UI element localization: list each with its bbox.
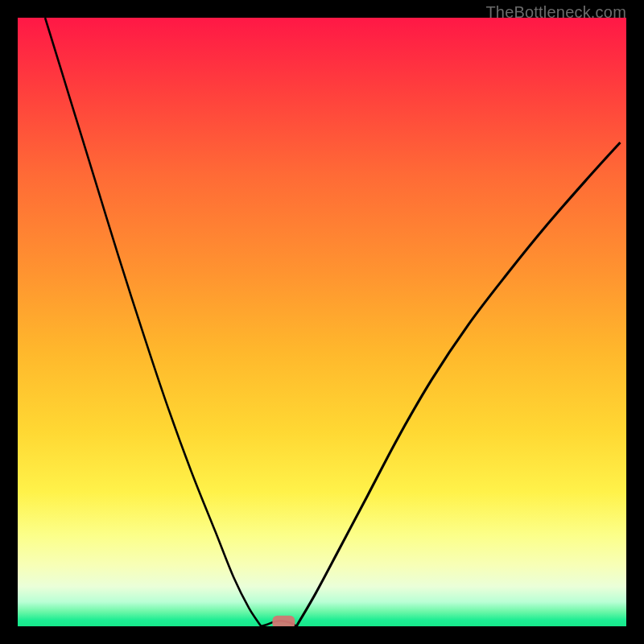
minimum-marker [272, 616, 295, 626]
watermark-text: TheBottleneck.com [485, 3, 626, 22]
bottleneck-curve-right [296, 142, 620, 626]
chart-svg [18, 18, 626, 626]
bottleneck-curve-left [45, 18, 261, 626]
outer-frame: TheBottleneck.com [0, 0, 644, 644]
plot-area [18, 18, 626, 626]
